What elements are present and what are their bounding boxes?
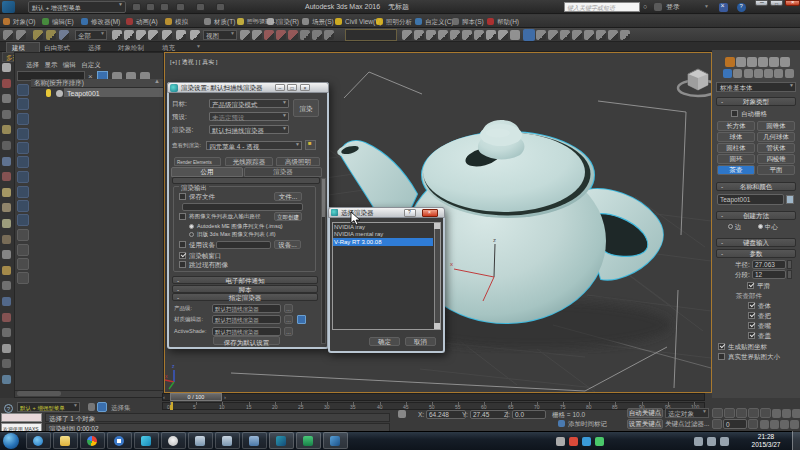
svg-text:z: z xyxy=(172,363,175,369)
svg-text:z: z xyxy=(493,237,496,243)
svg-text:x: x xyxy=(450,261,453,267)
svg-text:x: x xyxy=(165,373,168,379)
